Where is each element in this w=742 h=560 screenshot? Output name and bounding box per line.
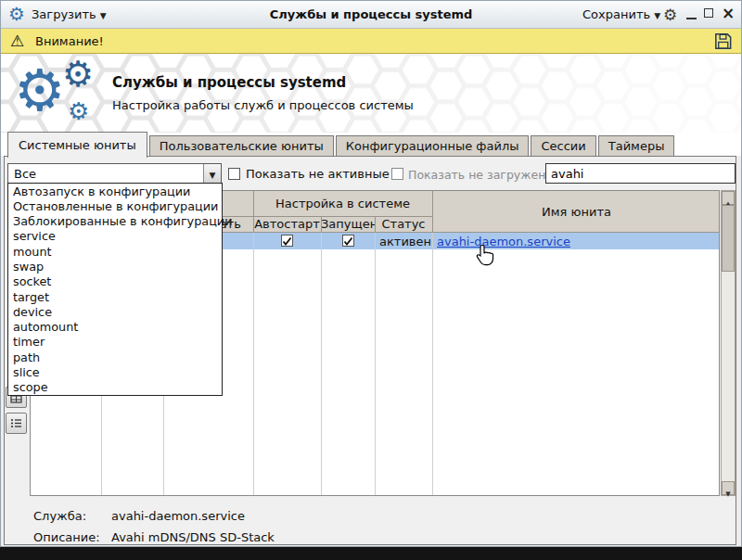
autostart-checkbox[interactable] [281, 235, 293, 247]
tab-system-units[interactable]: Системные юниты [7, 132, 147, 158]
dropdown-option[interactable]: path [8, 350, 222, 364]
dropdown-option[interactable]: automount [8, 320, 222, 335]
body-gridline [432, 233, 433, 495]
warning-text: Внимание! [35, 34, 104, 48]
save-button[interactable]: Сохранить▼ [582, 7, 660, 21]
dropdown-option[interactable]: device [8, 304, 222, 319]
dropdown-option[interactable]: target [8, 289, 222, 304]
logo-gear-medium-icon: ⚙ [62, 56, 94, 93]
show-unloaded-checkbox[interactable] [391, 168, 403, 180]
checkmark-icon [343, 236, 353, 247]
vertical-scrollbar[interactable]: ▲ ▼ [721, 190, 736, 496]
column-header-running: Запущен [321, 216, 375, 233]
column-header-status: Статус [375, 216, 432, 233]
minimize-button[interactable] [686, 12, 697, 19]
dropdown-option[interactable]: mount [8, 244, 222, 259]
header-gridline [375, 216, 376, 233]
dropdown-option[interactable]: socket [8, 274, 222, 289]
chevron-down-icon: ▼ [210, 171, 216, 180]
logo-gear-small-icon: ⚙ [68, 98, 89, 124]
tab-timers[interactable]: Таймеры [598, 135, 675, 156]
dropdown-option[interactable]: Заблокированные в конфигурации [8, 214, 222, 229]
chevron-down-icon: ▼ [654, 11, 660, 20]
header-gridline [253, 191, 254, 233]
show-inactive-checkbox[interactable] [228, 168, 240, 180]
maximize-button[interactable] [704, 8, 713, 18]
header-gridline [432, 191, 433, 233]
description-value: Avahi mDNS/DNS SD-Stack [111, 530, 275, 544]
title-bar: ⚙ Загрузить▼ Службы и процессы systemd С… [1, 1, 741, 29]
page-subtitle: Настройка работы служб и процессов систе… [112, 98, 414, 112]
settings-gear-icon[interactable]: ⚙ [663, 6, 677, 24]
hand-cursor-icon [475, 244, 495, 270]
logo-gear-large-icon: ⚙ [14, 61, 66, 121]
running-checkbox[interactable] [342, 235, 354, 247]
tab-bar: Системные юниты Пользовательские юниты К… [7, 132, 676, 158]
tab-user-units[interactable]: Пользовательские юниты [149, 135, 334, 156]
show-inactive-label: Показать не активные [246, 167, 390, 181]
body-gridline [321, 233, 322, 495]
unit-type-combobox[interactable]: Все ▼ [7, 163, 222, 184]
unit-type-dropdown: Автозапуск в конфигурации Остановленные … [7, 183, 223, 396]
tab-sessions[interactable]: Сессии [531, 135, 595, 156]
save-file-button[interactable] [712, 31, 734, 56]
toolbar-button-list[interactable] [6, 413, 27, 434]
checkmark-icon [282, 236, 292, 247]
floppy-disk-icon [712, 31, 734, 52]
page-title: Службы и процессы systemd [112, 74, 346, 91]
load-button[interactable]: Загрузить▼ [32, 7, 107, 21]
description-label: Описание: [33, 530, 100, 544]
arrow-down-icon: ▼ [725, 490, 730, 498]
scroll-down-button[interactable]: ▼ [722, 481, 735, 495]
dropdown-option[interactable]: service [8, 229, 222, 244]
chevron-down-icon: ▼ [100, 11, 107, 20]
scroll-up-button[interactable]: ▲ [722, 191, 735, 205]
scrollbar-thumb[interactable] [722, 205, 735, 272]
close-button[interactable]: × [722, 4, 735, 22]
service-label: Служба: [33, 509, 86, 523]
hexagon-fade [1, 54, 741, 133]
dropdown-option[interactable]: slice [8, 364, 222, 379]
bottom-black-bar [0, 547, 742, 560]
body-gridline [375, 233, 376, 495]
combobox-value: Все [14, 167, 36, 181]
header-gridline [321, 216, 322, 233]
column-header-autostart: Автостарт [253, 216, 321, 233]
tab-config-files[interactable]: Конфигурационные файлы [336, 135, 530, 156]
warning-triangle-icon: ⚠ [10, 32, 24, 50]
status-cell: активен [379, 235, 431, 248]
dropdown-option[interactable]: scope [8, 380, 222, 395]
dropdown-option[interactable]: timer [8, 335, 222, 350]
unit-name-link[interactable]: avahi-daemon.service [437, 235, 570, 248]
dropdown-option[interactable]: Остановленные в конфигурации [8, 198, 222, 213]
dropdown-option[interactable]: Автозапуск в конфигурации [8, 184, 222, 198]
app-gear-icon: ⚙ [8, 4, 25, 24]
list-icon [10, 417, 22, 429]
combobox-arrow-button[interactable]: ▼ [203, 164, 221, 183]
service-value: avahi-daemon.service [111, 509, 245, 523]
app-header: ⚙ ⚙ ⚙ Службы и процессы systemd Настройк… [1, 54, 741, 133]
column-header-unit-name: Имя юнита [432, 191, 721, 233]
dropdown-option[interactable]: swap [8, 259, 222, 274]
column-group-system: Настройка в системе [253, 191, 432, 216]
search-input[interactable] [545, 163, 736, 184]
warning-bar: ⚠ Внимание! [1, 29, 741, 54]
body-gridline [253, 233, 254, 495]
